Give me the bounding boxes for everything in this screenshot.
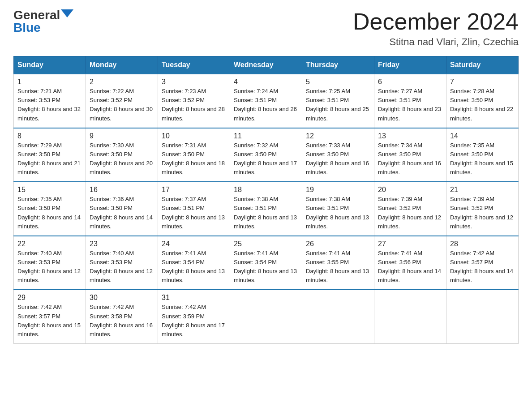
day-info: Sunrise: 7:33 AMSunset: 3:50 PMDaylight:… [306, 142, 369, 176]
calendar-day-cell: 2Sunrise: 7:22 AMSunset: 3:52 PMDaylight… [86, 74, 158, 128]
day-info: Sunrise: 7:41 AMSunset: 3:54 PMDaylight:… [162, 250, 225, 283]
calendar-day-cell: 8Sunrise: 7:29 AMSunset: 3:50 PMDaylight… [14, 128, 86, 182]
calendar-day-cell: 27Sunrise: 7:41 AMSunset: 3:56 PMDayligh… [374, 236, 446, 290]
calendar-day-cell: 12Sunrise: 7:33 AMSunset: 3:50 PMDayligh… [302, 128, 374, 182]
day-info: Sunrise: 7:34 AMSunset: 3:50 PMDaylight:… [378, 142, 441, 176]
calendar-day-cell: 11Sunrise: 7:32 AMSunset: 3:50 PMDayligh… [230, 128, 302, 182]
calendar-day-cell: 29Sunrise: 7:42 AMSunset: 3:57 PMDayligh… [14, 290, 86, 343]
day-info: Sunrise: 7:35 AMSunset: 3:50 PMDaylight:… [450, 142, 513, 176]
day-number: 31 [162, 294, 226, 302]
calendar-day-cell: 1Sunrise: 7:21 AMSunset: 3:53 PMDaylight… [14, 74, 86, 128]
calendar-day-cell: 28Sunrise: 7:42 AMSunset: 3:57 PMDayligh… [446, 236, 519, 290]
logo: General Blue [13, 9, 73, 34]
day-number: 14 [450, 132, 515, 140]
day-info: Sunrise: 7:42 AMSunset: 3:57 PMDaylight:… [17, 304, 81, 337]
day-number: 8 [17, 132, 82, 140]
calendar-day-cell: 6Sunrise: 7:27 AMSunset: 3:51 PMDaylight… [374, 74, 446, 128]
day-number: 7 [450, 78, 515, 86]
calendar-day-cell: 3Sunrise: 7:23 AMSunset: 3:52 PMDaylight… [158, 74, 230, 128]
weekday-header: Saturday [446, 56, 519, 74]
day-number: 26 [306, 240, 370, 248]
calendar-week-row: 22Sunrise: 7:40 AMSunset: 3:53 PMDayligh… [14, 236, 519, 290]
day-number: 9 [90, 132, 154, 140]
day-info: Sunrise: 7:41 AMSunset: 3:56 PMDaylight:… [378, 250, 441, 283]
day-info: Sunrise: 7:42 AMSunset: 3:58 PMDaylight:… [90, 304, 153, 337]
weekday-header: Friday [374, 56, 446, 74]
calendar-header: SundayMondayTuesdayWednesdayThursdayFrid… [14, 56, 519, 74]
day-number: 16 [90, 186, 154, 194]
day-info: Sunrise: 7:35 AMSunset: 3:50 PMDaylight:… [17, 196, 81, 229]
day-info: Sunrise: 7:38 AMSunset: 3:51 PMDaylight:… [306, 196, 369, 229]
day-info: Sunrise: 7:29 AMSunset: 3:50 PMDaylight:… [17, 142, 81, 176]
calendar-week-row: 8Sunrise: 7:29 AMSunset: 3:50 PMDaylight… [14, 128, 519, 182]
day-info: Sunrise: 7:24 AMSunset: 3:51 PMDaylight:… [234, 88, 297, 121]
day-number: 21 [450, 186, 515, 194]
calendar-day-cell: 23Sunrise: 7:40 AMSunset: 3:53 PMDayligh… [86, 236, 158, 290]
day-info: Sunrise: 7:42 AMSunset: 3:59 PMDaylight:… [162, 304, 225, 337]
day-info: Sunrise: 7:39 AMSunset: 3:52 PMDaylight:… [378, 196, 441, 229]
day-number: 5 [306, 78, 370, 86]
day-number: 13 [378, 132, 442, 140]
calendar-day-cell: 15Sunrise: 7:35 AMSunset: 3:50 PMDayligh… [14, 182, 86, 236]
day-number: 3 [162, 78, 226, 86]
calendar-day-cell: 24Sunrise: 7:41 AMSunset: 3:54 PMDayligh… [158, 236, 230, 290]
day-info: Sunrise: 7:41 AMSunset: 3:54 PMDaylight:… [234, 250, 297, 283]
calendar-day-cell: 9Sunrise: 7:30 AMSunset: 3:50 PMDaylight… [86, 128, 158, 182]
day-info: Sunrise: 7:41 AMSunset: 3:55 PMDaylight:… [306, 250, 369, 283]
day-info: Sunrise: 7:32 AMSunset: 3:50 PMDaylight:… [234, 142, 297, 176]
day-number: 30 [90, 294, 154, 302]
day-number: 27 [378, 240, 442, 248]
day-number: 17 [162, 186, 226, 194]
day-info: Sunrise: 7:31 AMSunset: 3:50 PMDaylight:… [162, 142, 225, 176]
day-number: 4 [234, 78, 298, 86]
calendar-day-cell: 25Sunrise: 7:41 AMSunset: 3:54 PMDayligh… [230, 236, 302, 290]
calendar-day-cell [230, 290, 302, 343]
day-number: 24 [162, 240, 226, 248]
day-info: Sunrise: 7:40 AMSunset: 3:53 PMDaylight:… [90, 250, 153, 283]
day-number: 12 [306, 132, 370, 140]
day-info: Sunrise: 7:30 AMSunset: 3:50 PMDaylight:… [90, 142, 153, 176]
day-info: Sunrise: 7:42 AMSunset: 3:57 PMDaylight:… [450, 250, 513, 283]
day-number: 28 [450, 240, 515, 248]
calendar-day-cell: 10Sunrise: 7:31 AMSunset: 3:50 PMDayligh… [158, 128, 230, 182]
calendar-day-cell: 7Sunrise: 7:28 AMSunset: 3:50 PMDaylight… [446, 74, 519, 128]
day-number: 18 [234, 186, 298, 194]
calendar-week-row: 15Sunrise: 7:35 AMSunset: 3:50 PMDayligh… [14, 182, 519, 236]
calendar-week-row: 29Sunrise: 7:42 AMSunset: 3:57 PMDayligh… [14, 290, 519, 343]
calendar-day-cell [374, 290, 446, 343]
day-number: 19 [306, 186, 370, 194]
weekday-header: Tuesday [158, 56, 230, 74]
day-info: Sunrise: 7:36 AMSunset: 3:50 PMDaylight:… [90, 196, 153, 229]
calendar-day-cell: 16Sunrise: 7:36 AMSunset: 3:50 PMDayligh… [86, 182, 158, 236]
calendar-week-row: 1Sunrise: 7:21 AMSunset: 3:53 PMDaylight… [14, 74, 519, 128]
weekday-header: Monday [86, 56, 158, 74]
calendar-table: SundayMondayTuesdayWednesdayThursdayFrid… [13, 56, 519, 344]
weekday-header: Thursday [302, 56, 374, 74]
day-number: 1 [17, 78, 82, 86]
calendar-day-cell: 31Sunrise: 7:42 AMSunset: 3:59 PMDayligh… [158, 290, 230, 343]
day-number: 10 [162, 132, 226, 140]
calendar-day-cell: 22Sunrise: 7:40 AMSunset: 3:53 PMDayligh… [14, 236, 86, 290]
calendar-day-cell: 17Sunrise: 7:37 AMSunset: 3:51 PMDayligh… [158, 182, 230, 236]
day-info: Sunrise: 7:21 AMSunset: 3:53 PMDaylight:… [17, 88, 81, 121]
day-number: 15 [17, 186, 82, 194]
calendar-day-cell [302, 290, 374, 343]
day-number: 25 [234, 240, 298, 248]
page-header: General Blue December 2024 Stitna nad Vl… [13, 9, 519, 48]
calendar-day-cell: 20Sunrise: 7:39 AMSunset: 3:52 PMDayligh… [374, 182, 446, 236]
day-number: 6 [378, 78, 442, 86]
day-info: Sunrise: 7:27 AMSunset: 3:51 PMDaylight:… [378, 88, 441, 121]
day-info: Sunrise: 7:22 AMSunset: 3:52 PMDaylight:… [90, 88, 153, 121]
day-number: 29 [17, 294, 82, 302]
day-info: Sunrise: 7:28 AMSunset: 3:50 PMDaylight:… [450, 88, 513, 121]
day-info: Sunrise: 7:39 AMSunset: 3:52 PMDaylight:… [450, 196, 513, 229]
day-info: Sunrise: 7:37 AMSunset: 3:51 PMDaylight:… [162, 196, 225, 229]
day-number: 20 [378, 186, 442, 194]
calendar-day-cell: 5Sunrise: 7:25 AMSunset: 3:51 PMDaylight… [302, 74, 374, 128]
logo-arrow-icon [61, 9, 73, 17]
weekday-header: Sunday [14, 56, 86, 74]
calendar-title: December 2024 [353, 9, 519, 34]
calendar-day-cell: 18Sunrise: 7:38 AMSunset: 3:51 PMDayligh… [230, 182, 302, 236]
day-info: Sunrise: 7:23 AMSunset: 3:52 PMDaylight:… [162, 88, 225, 121]
logo-blue: Blue [13, 21, 41, 34]
